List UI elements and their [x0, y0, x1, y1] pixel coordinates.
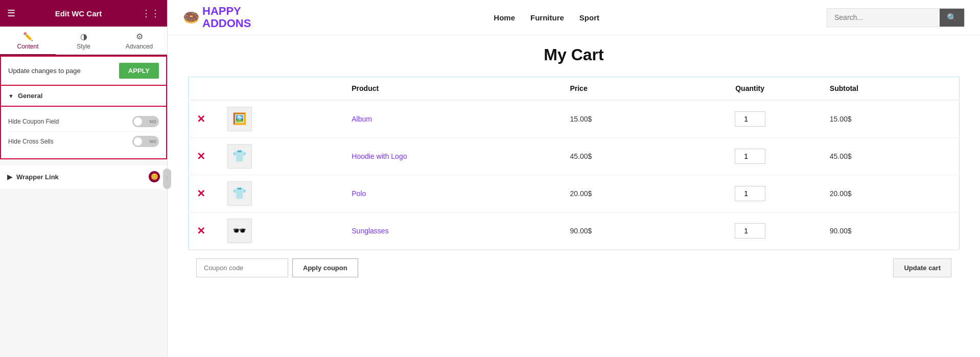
product-price: 20.00$: [570, 189, 592, 198]
product-subtotal: 45.00$: [830, 152, 852, 160]
subtotal-cell: 45.00$: [822, 138, 960, 175]
product-subtotal: 15.00$: [830, 115, 852, 123]
price-cell: 20.00$: [562, 175, 678, 212]
qty-input[interactable]: [735, 149, 765, 164]
panel-header: ☰ Edit WC Cart ⋮⋮: [0, 0, 167, 27]
hide-cross-sells-label: Hide Cross Sells: [8, 138, 54, 145]
col-remove: [189, 77, 219, 101]
remove-cell: ✕: [189, 175, 219, 212]
col-product: Product: [343, 77, 562, 101]
product-name[interactable]: Hoodie with Logo: [352, 152, 407, 160]
search-bar: 🔍: [827, 8, 965, 27]
panel-title: Edit WC Cart: [55, 9, 102, 18]
cart-table-head: Product Price Quantity Subtotal: [189, 77, 960, 101]
wrapper-link-icon: 😊: [149, 171, 160, 182]
tab-content-label: Content: [17, 43, 38, 50]
col-quantity: Quantity: [678, 77, 821, 101]
price-cell: 15.00$: [562, 100, 678, 138]
site-logo: 🍩 HAPPY ADDONS: [183, 5, 251, 30]
search-button[interactable]: 🔍: [940, 9, 964, 27]
remove-cell: ✕: [189, 212, 219, 250]
product-subtotal: 90.00$: [830, 227, 852, 235]
nav-furniture[interactable]: Furniture: [530, 13, 564, 22]
product-thumbnail: 🕶️: [227, 219, 252, 243]
hamburger-icon[interactable]: ☰: [7, 8, 15, 19]
panel-body: Update changes to page APPLY ▼ General H…: [0, 56, 167, 357]
tab-advanced[interactable]: ⚙ Advanced: [111, 27, 167, 56]
toggle-no-label-2: NO: [150, 139, 157, 144]
style-icon: ◑: [80, 32, 87, 41]
product-price: 90.00$: [570, 227, 592, 235]
qty-input[interactable]: [735, 111, 765, 127]
product-subtotal: 20.00$: [830, 189, 852, 198]
name-cell: Polo: [343, 175, 562, 212]
product-name[interactable]: Sunglasses: [352, 227, 388, 235]
nav-home[interactable]: Home: [494, 13, 515, 22]
qty-input[interactable]: [735, 223, 765, 239]
hide-coupon-row: Hide Coupon Field NO: [8, 112, 159, 132]
resize-handle[interactable]: ⋮: [163, 169, 171, 189]
logo-emoji: 🍩: [183, 10, 199, 26]
panel-tabs: ✏️ Content ◑ Style ⚙ Advanced: [0, 27, 167, 56]
product-name[interactable]: Polo: [352, 189, 366, 198]
subtotal-cell: 90.00$: [822, 212, 960, 250]
search-input[interactable]: [827, 9, 940, 27]
tab-style[interactable]: ◑ Style: [56, 27, 111, 56]
qty-cell: [678, 175, 821, 212]
logo-line1: HAPPY: [202, 5, 241, 17]
general-label: General: [18, 92, 42, 100]
left-panel: ☰ Edit WC Cart ⋮⋮ ✏️ Content ◑ Style ⚙ A…: [0, 0, 168, 357]
arrow-down-icon: ▼: [8, 93, 14, 99]
cart-table: Product Price Quantity Subtotal ✕ 🖼️ Alb…: [188, 77, 960, 250]
col-subtotal: Subtotal: [822, 77, 960, 101]
thumb-cell: 👕: [219, 138, 344, 175]
qty-cell: [678, 100, 821, 138]
update-bar: Update changes to page APPLY: [0, 56, 167, 86]
toggle-knob: [134, 117, 142, 126]
qty-input[interactable]: [735, 186, 765, 201]
hide-cross-sells-toggle[interactable]: NO: [132, 136, 159, 147]
logo-line2: ADDONS: [202, 17, 251, 30]
thumb-cell: 🕶️: [219, 212, 344, 250]
remove-button[interactable]: ✕: [197, 187, 205, 200]
content-icon: ✏️: [23, 32, 33, 41]
apply-coupon-button[interactable]: Apply coupon: [292, 258, 358, 277]
price-cell: 45.00$: [562, 138, 678, 175]
apply-button[interactable]: APPLY: [119, 63, 159, 79]
cart-title: My Cart: [188, 45, 960, 64]
tab-content[interactable]: ✏️ Content: [0, 27, 56, 56]
remove-button[interactable]: ✕: [197, 113, 205, 125]
tab-style-label: Style: [77, 43, 90, 50]
name-cell: Sunglasses: [343, 212, 562, 250]
subtotal-cell: 15.00$: [822, 100, 960, 138]
coupon-row: Apply coupon Update cart: [188, 250, 960, 285]
remove-button[interactable]: ✕: [197, 225, 205, 237]
thumb-cell: 👕: [219, 175, 344, 212]
nav-links: Home Furniture Sport: [276, 13, 816, 22]
price-cell: 90.00$: [562, 212, 678, 250]
general-section-header[interactable]: ▼ General: [0, 86, 167, 107]
table-header-row: Product Price Quantity Subtotal: [189, 77, 960, 101]
grid-icon[interactable]: ⋮⋮: [142, 8, 160, 19]
cart-table-body: ✕ 🖼️ Album 15.00$ 15.00$ ✕ 👕 Hoodie with…: [189, 100, 960, 250]
product-thumbnail: 👕: [227, 144, 252, 169]
coupon-left: Apply coupon: [196, 258, 358, 277]
tab-advanced-label: Advanced: [126, 43, 153, 50]
toggle-no-label: NO: [150, 119, 157, 124]
coupon-input[interactable]: [196, 258, 288, 277]
product-price: 45.00$: [570, 152, 592, 160]
wrapper-link-section[interactable]: ▶ Wrapper Link 😊: [0, 164, 167, 188]
table-row: ✕ 👕 Polo 20.00$ 20.00$: [189, 175, 960, 212]
remove-cell: ✕: [189, 100, 219, 138]
product-thumbnail: 🖼️: [227, 107, 252, 131]
product-name[interactable]: Album: [352, 115, 372, 123]
remove-button[interactable]: ✕: [197, 150, 205, 162]
site-nav: 🍩 HAPPY ADDONS Home Furniture Sport 🔍: [168, 0, 980, 35]
product-price: 15.00$: [570, 115, 592, 123]
nav-sport[interactable]: Sport: [579, 13, 599, 22]
cart-content: My Cart Product Price Quantity Subtotal …: [168, 35, 980, 306]
hide-coupon-toggle[interactable]: NO: [132, 116, 159, 127]
update-cart-button[interactable]: Update cart: [893, 258, 951, 277]
qty-cell: [678, 138, 821, 175]
subtotal-cell: 20.00$: [822, 175, 960, 212]
